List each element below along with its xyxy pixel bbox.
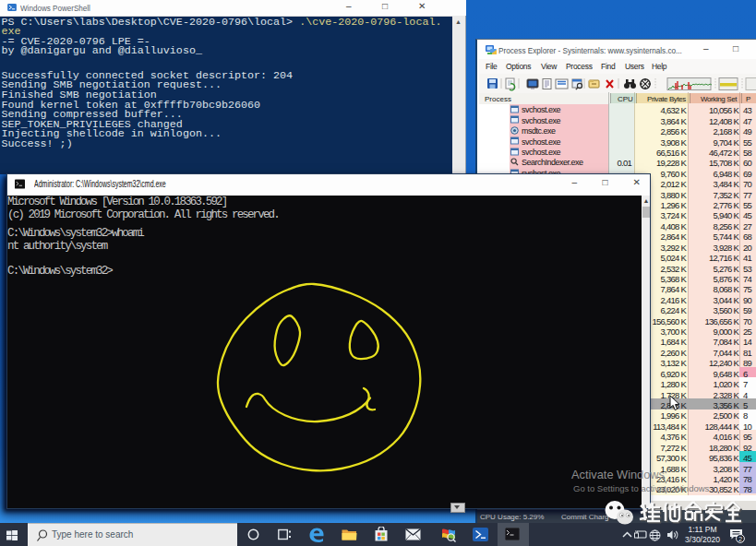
svg-text:2: 2	[738, 535, 742, 543]
